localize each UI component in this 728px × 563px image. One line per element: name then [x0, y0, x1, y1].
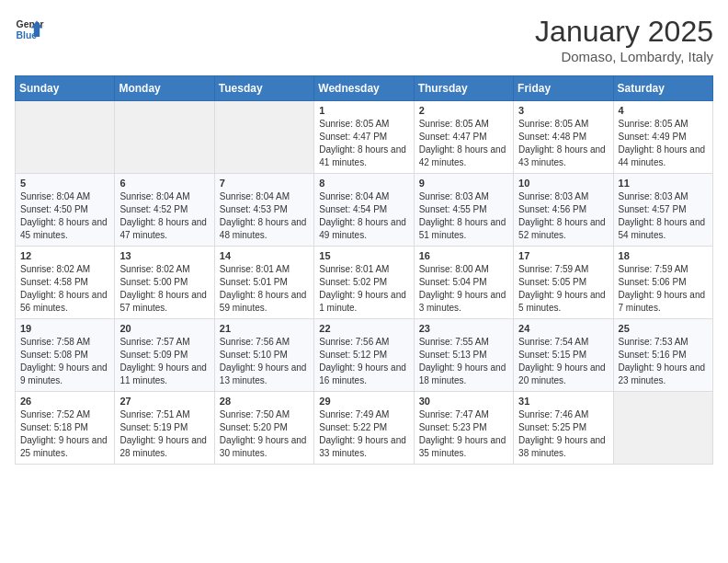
day-number: 27 [119, 396, 209, 407]
day-info: Sunrise: 7:54 AM Sunset: 5:15 PM Dayligh… [518, 336, 608, 387]
day-number: 14 [220, 250, 309, 261]
day-info: Sunrise: 7:53 AM Sunset: 5:16 PM Dayligh… [619, 336, 708, 387]
day-of-week-header: Sunday [16, 76, 115, 101]
day-number: 24 [518, 323, 608, 334]
calendar-cell: 22Sunrise: 7:56 AM Sunset: 5:12 PM Dayli… [314, 319, 414, 392]
month-title: January 2025 [535, 15, 713, 49]
day-number: 10 [518, 178, 608, 189]
calendar-cell: 29Sunrise: 7:49 AM Sunset: 5:22 PM Dayli… [314, 392, 414, 465]
day-of-week-header: Friday [514, 76, 613, 101]
day-info: Sunrise: 7:59 AM Sunset: 5:06 PM Dayligh… [619, 263, 708, 315]
day-of-week-header: Thursday [414, 76, 513, 101]
calendar-cell: 2Sunrise: 8:05 AM Sunset: 4:47 PM Daylig… [414, 101, 513, 174]
calendar-cell: 18Sunrise: 7:59 AM Sunset: 5:06 PM Dayli… [613, 247, 712, 319]
calendar-cell: 7Sunrise: 8:04 AM Sunset: 4:53 PM Daylig… [214, 174, 313, 247]
calendar-cell: 21Sunrise: 7:56 AM Sunset: 5:10 PM Dayli… [214, 319, 313, 392]
day-number: 19 [20, 323, 109, 334]
day-number: 20 [119, 323, 209, 334]
logo-icon: General Blue [15, 15, 44, 44]
day-info: Sunrise: 7:51 AM Sunset: 5:19 PM Dayligh… [119, 408, 209, 460]
calendar-cell: 10Sunrise: 8:03 AM Sunset: 4:56 PM Dayli… [514, 174, 613, 247]
day-number: 28 [220, 396, 309, 407]
day-info: Sunrise: 8:02 AM Sunset: 5:00 PM Dayligh… [119, 263, 209, 315]
day-info: Sunrise: 8:05 AM Sunset: 4:49 PM Dayligh… [619, 118, 708, 169]
calendar-cell [115, 101, 214, 174]
day-number: 4 [619, 105, 708, 116]
day-info: Sunrise: 8:04 AM Sunset: 4:50 PM Dayligh… [20, 190, 109, 242]
day-info: Sunrise: 8:03 AM Sunset: 4:55 PM Dayligh… [419, 190, 508, 242]
day-info: Sunrise: 8:03 AM Sunset: 4:57 PM Dayligh… [619, 190, 708, 242]
calendar-cell: 16Sunrise: 8:00 AM Sunset: 5:04 PM Dayli… [414, 247, 513, 319]
day-number: 31 [518, 396, 608, 407]
calendar-header-row: SundayMondayTuesdayWednesdayThursdayFrid… [16, 76, 713, 101]
day-of-week-header: Monday [115, 76, 214, 101]
day-of-week-header: Tuesday [214, 76, 313, 101]
day-number: 30 [419, 396, 508, 407]
day-info: Sunrise: 8:03 AM Sunset: 4:56 PM Dayligh… [518, 190, 608, 242]
calendar-table: SundayMondayTuesdayWednesdayThursdayFrid… [15, 75, 713, 465]
day-number: 29 [319, 396, 408, 407]
calendar-week-row: 12Sunrise: 8:02 AM Sunset: 4:58 PM Dayli… [16, 247, 713, 319]
day-of-week-header: Wednesday [314, 76, 414, 101]
calendar-week-row: 26Sunrise: 7:52 AM Sunset: 5:18 PM Dayli… [16, 392, 713, 465]
calendar-cell: 14Sunrise: 8:01 AM Sunset: 5:01 PM Dayli… [214, 247, 313, 319]
day-number: 26 [20, 396, 109, 407]
page-header: General Blue January 2025 Domaso, Lombar… [15, 15, 713, 64]
day-number: 18 [619, 250, 708, 261]
calendar-cell: 25Sunrise: 7:53 AM Sunset: 5:16 PM Dayli… [613, 319, 712, 392]
day-number: 16 [419, 250, 508, 261]
calendar-cell [613, 392, 712, 465]
calendar-cell: 30Sunrise: 7:47 AM Sunset: 5:23 PM Dayli… [414, 392, 513, 465]
day-info: Sunrise: 7:47 AM Sunset: 5:23 PM Dayligh… [419, 408, 508, 460]
calendar-cell: 1Sunrise: 8:05 AM Sunset: 4:47 PM Daylig… [314, 101, 414, 174]
calendar-cell: 6Sunrise: 8:04 AM Sunset: 4:52 PM Daylig… [115, 174, 214, 247]
day-info: Sunrise: 8:05 AM Sunset: 4:47 PM Dayligh… [319, 118, 408, 169]
day-info: Sunrise: 8:02 AM Sunset: 4:58 PM Dayligh… [20, 263, 109, 315]
day-info: Sunrise: 7:52 AM Sunset: 5:18 PM Dayligh… [20, 408, 109, 460]
day-info: Sunrise: 7:50 AM Sunset: 5:20 PM Dayligh… [220, 408, 309, 460]
day-info: Sunrise: 7:56 AM Sunset: 5:12 PM Dayligh… [319, 336, 408, 387]
calendar-cell: 26Sunrise: 7:52 AM Sunset: 5:18 PM Dayli… [16, 392, 115, 465]
calendar-cell: 13Sunrise: 8:02 AM Sunset: 5:00 PM Dayli… [115, 247, 214, 319]
calendar-cell [214, 101, 313, 174]
calendar-cell: 24Sunrise: 7:54 AM Sunset: 5:15 PM Dayli… [514, 319, 613, 392]
day-of-week-header: Saturday [613, 76, 712, 101]
day-info: Sunrise: 7:46 AM Sunset: 5:25 PM Dayligh… [518, 408, 608, 460]
calendar-cell: 4Sunrise: 8:05 AM Sunset: 4:49 PM Daylig… [613, 101, 712, 174]
day-info: Sunrise: 8:04 AM Sunset: 4:53 PM Dayligh… [220, 190, 309, 242]
day-info: Sunrise: 8:05 AM Sunset: 4:48 PM Dayligh… [518, 118, 608, 169]
day-number: 2 [419, 105, 508, 116]
calendar-week-row: 1Sunrise: 8:05 AM Sunset: 4:47 PM Daylig… [16, 101, 713, 174]
day-number: 1 [319, 105, 408, 116]
calendar-week-row: 19Sunrise: 7:58 AM Sunset: 5:08 PM Dayli… [16, 319, 713, 392]
day-info: Sunrise: 8:01 AM Sunset: 5:02 PM Dayligh… [319, 263, 408, 315]
day-info: Sunrise: 8:04 AM Sunset: 4:52 PM Dayligh… [119, 190, 209, 242]
logo: General Blue [15, 15, 44, 44]
calendar-cell: 27Sunrise: 7:51 AM Sunset: 5:19 PM Dayli… [115, 392, 214, 465]
calendar-cell: 20Sunrise: 7:57 AM Sunset: 5:09 PM Dayli… [115, 319, 214, 392]
day-number: 12 [20, 250, 109, 261]
day-number: 11 [619, 178, 708, 189]
calendar-cell: 11Sunrise: 8:03 AM Sunset: 4:57 PM Dayli… [613, 174, 712, 247]
calendar-cell: 5Sunrise: 8:04 AM Sunset: 4:50 PM Daylig… [16, 174, 115, 247]
calendar-cell: 17Sunrise: 7:59 AM Sunset: 5:05 PM Dayli… [514, 247, 613, 319]
day-number: 23 [419, 323, 508, 334]
day-number: 13 [119, 250, 209, 261]
calendar-week-row: 5Sunrise: 8:04 AM Sunset: 4:50 PM Daylig… [16, 174, 713, 247]
calendar-cell: 28Sunrise: 7:50 AM Sunset: 5:20 PM Dayli… [214, 392, 313, 465]
location-title: Domaso, Lombardy, Italy [535, 49, 713, 64]
day-info: Sunrise: 7:59 AM Sunset: 5:05 PM Dayligh… [518, 263, 608, 315]
day-info: Sunrise: 7:55 AM Sunset: 5:13 PM Dayligh… [419, 336, 508, 387]
day-number: 22 [319, 323, 408, 334]
day-number: 5 [20, 178, 109, 189]
calendar-cell: 23Sunrise: 7:55 AM Sunset: 5:13 PM Dayli… [414, 319, 513, 392]
day-number: 25 [619, 323, 708, 334]
day-number: 7 [220, 178, 309, 189]
calendar-cell: 12Sunrise: 8:02 AM Sunset: 4:58 PM Dayli… [16, 247, 115, 319]
day-info: Sunrise: 7:49 AM Sunset: 5:22 PM Dayligh… [319, 408, 408, 460]
day-info: Sunrise: 8:00 AM Sunset: 5:04 PM Dayligh… [419, 263, 508, 315]
day-number: 21 [220, 323, 309, 334]
day-info: Sunrise: 7:57 AM Sunset: 5:09 PM Dayligh… [119, 336, 209, 387]
calendar-cell: 9Sunrise: 8:03 AM Sunset: 4:55 PM Daylig… [414, 174, 513, 247]
title-area: January 2025 Domaso, Lombardy, Italy [535, 15, 713, 64]
